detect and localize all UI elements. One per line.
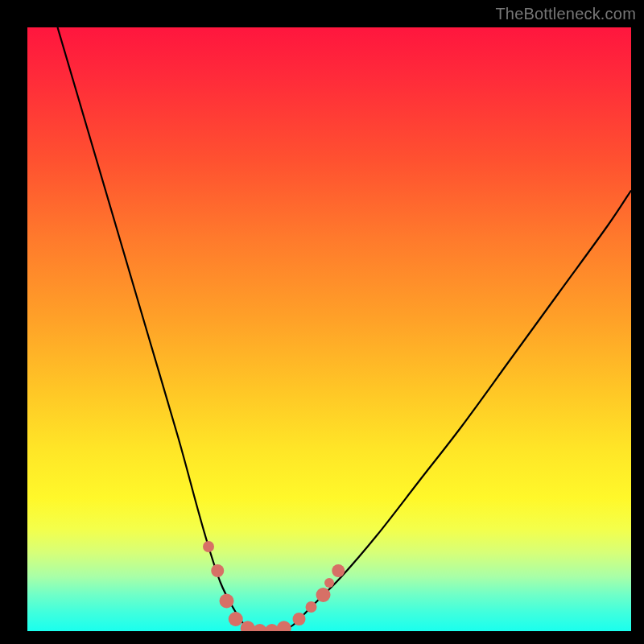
- curve-marker: [211, 564, 224, 577]
- chart-svg: [27, 27, 631, 631]
- curve-marker: [203, 541, 214, 552]
- chart-plot-area: [27, 27, 631, 631]
- bottleneck-curve: [58, 27, 632, 631]
- curve-marker: [332, 564, 345, 577]
- curve-marker: [277, 621, 291, 631]
- chart-frame: TheBottleneck.com: [0, 0, 644, 644]
- curve-marker: [324, 578, 334, 588]
- watermark-text: TheBottleneck.com: [495, 5, 636, 23]
- curve-marker: [229, 612, 243, 626]
- curve-marker: [220, 594, 234, 609]
- curve-marker: [316, 588, 331, 602]
- curve-marker: [306, 601, 317, 613]
- curve-markers: [203, 541, 345, 631]
- curve-marker: [293, 613, 306, 625]
